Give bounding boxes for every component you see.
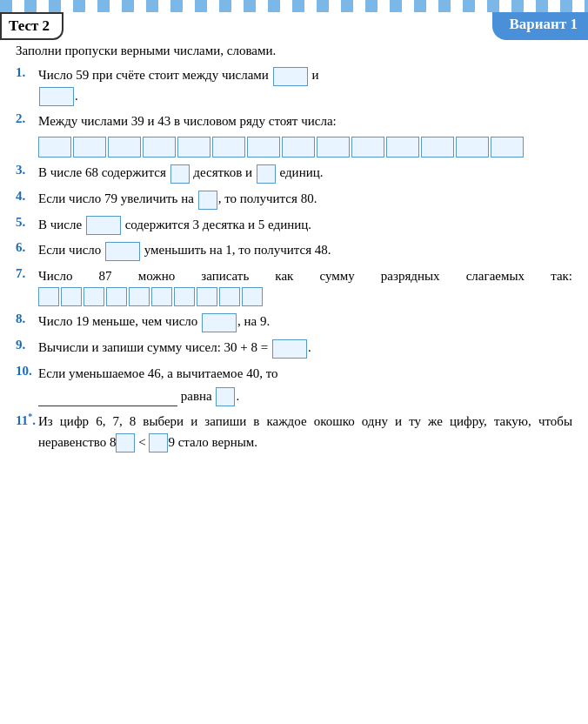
header: Тест 2 Вариант 1 — [0, 12, 588, 40]
question-11: 11*. Из цифр 6, 7, 8 выбери и запиши в к… — [16, 412, 572, 452]
q7-number: 7. — [16, 266, 38, 281]
question-5: 5. В числе содержится 3 десятка и 5 един… — [16, 215, 572, 236]
question-10: 10. Если уменьшаемое 46, а вычитаемое 40… — [16, 364, 572, 407]
q1-answer-box-1[interactable] — [273, 67, 308, 86]
q2-cell-11[interactable] — [386, 137, 419, 158]
test-badge: Тест 2 — [0, 12, 63, 40]
q10-number: 10. — [16, 364, 38, 379]
q2-cell-3[interactable] — [108, 137, 141, 158]
q2-cell-6[interactable] — [212, 137, 245, 158]
instruction: Заполни пропуски верными числами, словам… — [16, 44, 572, 58]
q7-cell-7[interactable] — [174, 287, 195, 306]
q1-number: 1. — [16, 65, 38, 80]
q3-text: В числе 68 содержится десятков и единиц. — [38, 163, 572, 184]
q3-answer-box-1[interactable] — [170, 164, 190, 184]
q4-answer-box[interactable] — [198, 191, 217, 210]
q11-answer-box-1[interactable] — [116, 433, 135, 452]
q8-text: Число 19 меньше, чем число , на 9. — [38, 312, 572, 332]
q1-answer-box-2[interactable] — [39, 87, 74, 106]
q5-text: В числе содержится 3 десятка и 5 единиц. — [38, 215, 572, 236]
variant-badge: Вариант 1 — [492, 12, 588, 40]
q3-number: 3. — [16, 163, 38, 178]
question-4: 4. Если число 79 увеличить на , то получ… — [16, 189, 572, 210]
q9-answer-box[interactable] — [272, 339, 307, 359]
q2-cell-1[interactable] — [38, 137, 71, 158]
q11-text: Из цифр 6, 7, 8 выбери и запиши в каждое… — [38, 412, 572, 452]
q2-cell-14[interactable] — [491, 137, 524, 158]
q2-cell-5[interactable] — [177, 137, 210, 158]
question-8: 8. Число 19 меньше, чем число , на 9. — [16, 312, 572, 332]
q3-answer-box-2[interactable] — [257, 164, 276, 184]
q7-text: Число 87 можно записать как сумму разряд… — [38, 266, 572, 307]
q2-cell-9[interactable] — [317, 137, 350, 158]
q5-number: 5. — [16, 215, 38, 230]
q11-answer-box-2[interactable] — [149, 433, 168, 452]
q2-cell-13[interactable] — [456, 137, 489, 158]
question-1: 1. Число 59 при счёте стоит между числам… — [16, 65, 572, 106]
q7-cell-3[interactable] — [84, 287, 104, 306]
variant-label: Вариант 1 — [510, 16, 578, 32]
q7-cell-6[interactable] — [151, 287, 172, 306]
q1-text: Число 59 при счёте стоит между числами и… — [38, 65, 572, 106]
q9-number: 9. — [16, 338, 38, 352]
q2-cell-2[interactable] — [73, 137, 106, 158]
question-9: 9. Вычисли и запиши сумму чисел: 30 + 8 … — [16, 338, 572, 359]
q2-text: Между числами 39 и 43 в числовом ряду ст… — [38, 111, 572, 131]
main-content: Заполни пропуски верными числами, словам… — [0, 40, 588, 466]
q10-text: Если уменьшаемое 46, а вычитаемое 40, то… — [38, 364, 572, 407]
q2-cell-12[interactable] — [421, 137, 454, 158]
q4-text: Если число 79 увеличить на , то получитс… — [38, 189, 572, 210]
test-label: Тест 2 — [9, 17, 50, 34]
q7-cell-9[interactable] — [219, 287, 240, 306]
q10-answer-box[interactable] — [216, 387, 235, 406]
q5-answer-box[interactable] — [86, 216, 121, 235]
q11-number: 11*. — [16, 412, 38, 428]
q6-answer-box[interactable] — [105, 242, 140, 261]
question-7: 7. Число 87 можно записать как сумму раз… — [16, 266, 572, 307]
q8-number: 8. — [16, 312, 38, 326]
q2-cell-8[interactable] — [282, 137, 315, 158]
q6-text: Если число уменьшить на 1, то получится … — [38, 240, 572, 261]
q7-cell-2[interactable] — [61, 287, 82, 306]
q7-cell-4[interactable] — [106, 287, 127, 306]
q7-cell-10[interactable] — [242, 287, 263, 306]
q2-cell-10[interactable] — [351, 137, 384, 158]
q2-cell-7[interactable] — [247, 137, 280, 158]
top-border-decoration — [0, 0, 588, 12]
q2-number: 2. — [16, 111, 38, 126]
question-3: 3. В числе 68 содержится десятков и един… — [16, 163, 572, 184]
q7-answer-cells — [38, 287, 263, 306]
q2-answer-cells — [38, 137, 572, 158]
question-2: 2. Между числами 39 и 43 в числовом ряду… — [16, 111, 572, 131]
q4-number: 4. — [16, 189, 38, 204]
q8-answer-box[interactable] — [202, 313, 237, 332]
q10-underline-blank[interactable] — [38, 391, 177, 406]
q9-text: Вычисли и запиши сумму чисел: 30 + 8 = . — [38, 338, 572, 359]
q7-cell-8[interactable] — [197, 287, 217, 306]
q7-cell-5[interactable] — [129, 287, 150, 306]
q2-cell-4[interactable] — [143, 137, 176, 158]
question-6: 6. Если число уменьшить на 1, то получит… — [16, 240, 572, 261]
q6-number: 6. — [16, 240, 38, 255]
q7-cell-1[interactable] — [38, 287, 59, 306]
